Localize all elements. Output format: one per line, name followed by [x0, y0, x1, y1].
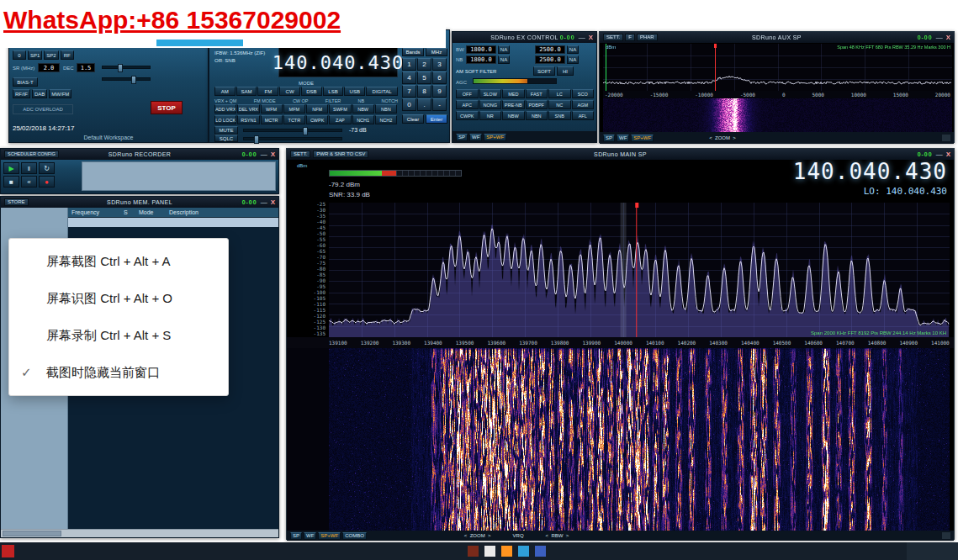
keypad-key[interactable]: -	[432, 98, 447, 111]
ex-button[interactable]: LC	[548, 89, 571, 98]
rx-button[interactable]: DEL VRX	[237, 104, 259, 114]
rx-button[interactable]: NBN	[375, 104, 397, 114]
rx-button[interactable]: NCH2	[375, 115, 397, 124]
minimize-button[interactable]: —	[261, 151, 267, 158]
rx-button[interactable]: NBW	[352, 104, 374, 114]
keypad-key[interactable]: 9	[432, 85, 447, 98]
clear-button[interactable]: Clear	[402, 114, 424, 124]
title-bar-button[interactable]: F	[625, 34, 635, 41]
volume-slider[interactable]	[243, 129, 342, 132]
keypad-key[interactable]: 1	[402, 58, 416, 71]
keypad-key[interactable]: 0	[402, 98, 416, 111]
ex-button[interactable]: CWPK	[456, 111, 479, 120]
main-waterfall[interactable]	[329, 348, 950, 531]
corner-resize[interactable]	[942, 135, 950, 141]
keypad-key[interactable]: 3	[432, 58, 447, 71]
main-side-button[interactable]: DAB	[32, 89, 47, 98]
hi-button[interactable]: HI	[557, 66, 574, 76]
bias-t-button[interactable]: BIAS-T	[13, 77, 38, 87]
rx-button[interactable]: SWFM	[329, 104, 351, 114]
close-button[interactable]: X	[271, 151, 275, 158]
rx-button[interactable]: LO LOCK	[214, 115, 236, 124]
display-mode-button[interactable]: SP	[456, 134, 468, 141]
taskbar-icon-4[interactable]	[518, 546, 529, 557]
display-mode-button[interactable]: WF	[304, 532, 316, 540]
ex-button[interactable]: SLOW	[479, 89, 502, 98]
minimize-button[interactable]: —	[261, 199, 267, 206]
bands-button[interactable]: Bands	[402, 48, 424, 56]
main-side-button[interactable]: MW/FM	[49, 89, 71, 98]
rx-button[interactable]: WFM	[261, 104, 283, 114]
store-button[interactable]: STORE	[4, 198, 29, 206]
ex-button[interactable]: PDBPF	[526, 100, 548, 109]
main-top-button[interactable]: 0	[13, 50, 26, 60]
minimize-button[interactable]: —	[936, 34, 943, 41]
menu-item-screen-capture[interactable]: 屏幕截图 Ctrl + Alt + A	[9, 243, 228, 280]
mode-button[interactable]: CW	[279, 87, 300, 96]
na-button[interactable]: NA	[567, 55, 579, 64]
stop-button[interactable]: STOP	[151, 101, 183, 114]
display-mode-button[interactable]: SP	[603, 135, 615, 142]
pause-icon[interactable]: ‖	[21, 162, 37, 174]
title-bar[interactable]: STORE SDRuno MEM. PANEL 0-00 — X	[1, 197, 278, 208]
ex-button[interactable]: AGM	[572, 100, 595, 109]
ex-button[interactable]: NBN	[526, 111, 548, 120]
enter-button[interactable]: Enter	[426, 114, 447, 124]
system-tray[interactable]	[907, 542, 958, 560]
rf-gain-slider[interactable]	[102, 66, 151, 69]
ex-button[interactable]: AFL	[572, 111, 595, 120]
menu-item-screen-record[interactable]: 屏幕录制 Ctrl + Alt + S	[9, 317, 228, 354]
h-scrollbar[interactable]	[1, 529, 278, 537]
aux-spectrum[interactable]: dBm Span 48 KHz FFT 680 Pts RBW 35.29 Hz…	[603, 44, 952, 91]
title-bar[interactable]: SCHEDULER CONFIG SDRuno RECORDER 0-00 — …	[1, 149, 278, 160]
previous-icon[interactable]: «	[21, 176, 37, 188]
minimize-button[interactable]: —	[936, 151, 943, 158]
frequency-display[interactable]: 140.040.430	[278, 47, 398, 77]
mode-button[interactable]: DSB	[301, 87, 322, 96]
ex-button[interactable]: NONG	[479, 100, 502, 109]
record-icon[interactable]: ●	[39, 176, 55, 188]
display-mode-button[interactable]: COMBO	[342, 532, 367, 540]
squelch-slider[interactable]	[243, 137, 342, 140]
mode-button[interactable]: FM	[257, 87, 278, 96]
title-bar-button[interactable]: SETT.	[603, 34, 623, 41]
pwr-snr-csv-button[interactable]: PWR & SNR TO CSV	[313, 151, 368, 158]
menu-item-screen-ocr[interactable]: 屏幕识图 Ctrl + Alt + O	[9, 280, 228, 317]
title-bar-button[interactable]: PHAR	[637, 34, 658, 41]
sqlc-button[interactable]: SQLC	[214, 135, 238, 142]
aux-waterfall[interactable]	[603, 98, 952, 132]
ex-button[interactable]: NBW	[502, 111, 525, 120]
rx-button[interactable]: CWPK	[306, 115, 328, 124]
keypad-key[interactable]: 7	[402, 85, 416, 98]
main-top-button[interactable]: RF	[61, 50, 74, 60]
display-mode-button[interactable]: SP+WF	[631, 135, 654, 142]
display-mode-button[interactable]: SP+WF	[318, 532, 341, 540]
soft-button[interactable]: SOFT	[533, 66, 555, 76]
title-bar[interactable]: SDRuno EX CONTROL 0-00 — X	[453, 32, 596, 43]
mode-button[interactable]: SAM	[236, 87, 257, 96]
display-mode-button[interactable]: WF	[617, 135, 629, 142]
rx-button[interactable]: MFM	[283, 104, 305, 114]
display-mode-button[interactable]: SP+WF	[484, 134, 506, 141]
close-button[interactable]: X	[946, 34, 950, 41]
play-icon[interactable]: ▶	[3, 162, 19, 174]
rx-button[interactable]: RSYN1	[237, 115, 259, 124]
taskbar-icon-5[interactable]	[535, 546, 546, 557]
na-button[interactable]: NA	[498, 45, 510, 54]
mute-button[interactable]: MUTE	[214, 126, 238, 135]
mode-button[interactable]: LSB	[323, 87, 344, 96]
keypad-key[interactable]: 5	[417, 71, 431, 84]
ex-button[interactable]: SCO	[572, 89, 595, 98]
vrq-button[interactable]: VRQ	[513, 533, 524, 538]
close-button[interactable]: X	[271, 199, 275, 206]
zoom-control[interactable]: < ZOOM >	[709, 135, 736, 140]
display-mode-button[interactable]: WF	[469, 134, 482, 141]
rx-button[interactable]: ZAP	[329, 115, 351, 124]
na-button[interactable]: NA	[498, 55, 510, 64]
sett-button[interactable]: SETT.	[290, 151, 310, 158]
if-gain-slider[interactable]	[102, 77, 151, 81]
rx-button[interactable]: NCH1	[352, 115, 374, 124]
close-button[interactable]: X	[589, 34, 593, 41]
ex-button[interactable]: NC	[548, 100, 571, 109]
na-button[interactable]: NA	[567, 45, 579, 54]
